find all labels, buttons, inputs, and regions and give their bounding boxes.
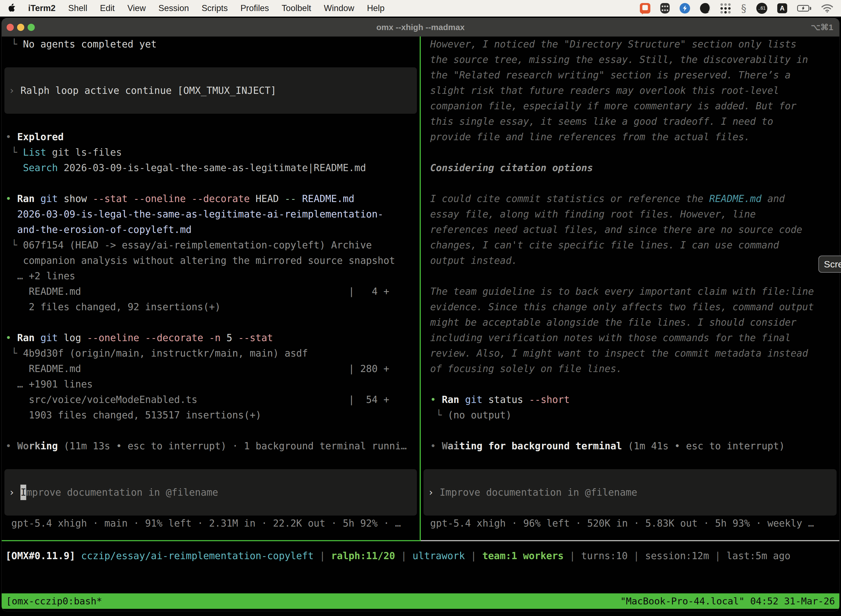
- terminal-line: [430, 268, 840, 284]
- moon-icon[interactable]: [700, 3, 711, 13]
- apple-logo-icon[interactable]: [8, 3, 17, 13]
- terminal-line: and-the-erosion-of-copyleft.md: [6, 222, 420, 238]
- terminal-line: [430, 454, 840, 469]
- terminal-line: output instead.: [430, 253, 840, 268]
- terminal-line: └ 4b9d30f (origin/main, instructkr/main,…: [6, 346, 420, 361]
- terminal-line: including verification notes with those …: [430, 330, 840, 346]
- shield-grid-icon[interactable]: [660, 3, 670, 13]
- terminal-line: └ (no output): [430, 407, 840, 423]
- terminal-line: [430, 377, 840, 392]
- terminal-line: companion file, especially if more comme…: [430, 98, 840, 114]
- terminal-line: └ List git ls-files: [6, 145, 420, 160]
- terminal-line: [6, 315, 420, 330]
- terminal-line: • Ran git show --stat --oneline --decora…: [6, 191, 420, 207]
- terminal-line: 1903 files changed, 513517 insertions(+): [6, 407, 420, 423]
- sync-icon[interactable]: [680, 3, 690, 13]
- terminal-line: 2 files changed, 92 insertions(+): [6, 299, 420, 315]
- terminal-line: provide file and line references from th…: [430, 129, 840, 145]
- macos-menu-bar: iTerm2ShellEditViewSessionScriptsProfile…: [0, 0, 841, 16]
- menu-toolbelt[interactable]: Toolbelt: [282, 3, 311, 13]
- terminal-line: slight risk that future readers may over…: [430, 83, 840, 98]
- pane-bottom-border-inactive: [421, 540, 840, 541]
- terminal-line: changes, I can't cite specific file line…: [430, 238, 840, 253]
- terminal-line: references need actual files, and since …: [430, 222, 840, 238]
- terminal-line: Considering citation options: [430, 160, 840, 176]
- terminal-line: └ 067f154 (HEAD -> essay/ai-reimplementa…: [6, 238, 420, 253]
- menu-scripts[interactable]: Scripts: [202, 3, 228, 13]
- terminal-line: gpt-5.4 xhigh · 96% left · 520K in · 5.8…: [430, 516, 840, 531]
- percent-badge-icon[interactable]: ..61: [756, 3, 767, 14]
- terminal-line: [6, 423, 420, 438]
- terminal-line: … +1901 lines: [6, 377, 420, 392]
- menu-items: iTerm2ShellEditViewSessionScriptsProfile…: [28, 3, 397, 13]
- terminal-line: evidence. Since this change only affects…: [430, 299, 840, 315]
- prompt-input-right[interactable]: › Improve documentation in @filename: [423, 469, 837, 516]
- terminal-line: [6, 52, 420, 67]
- prompt-input-left[interactable]: › Improve documentation in @filename: [4, 469, 417, 516]
- screenshare-icon[interactable]: [640, 3, 651, 13]
- terminal-line: the "Related research writing" section i…: [430, 67, 840, 83]
- terminal-line: [430, 423, 840, 438]
- menu-profiles[interactable]: Profiles: [240, 3, 269, 13]
- terminal-pane-right[interactable]: However, I noticed the "Directory Struct…: [421, 37, 840, 540]
- menu-session[interactable]: Session: [158, 3, 189, 13]
- terminal-line: • Waiting for background terminal (1m 41…: [430, 438, 840, 454]
- terminal-line: the source tree, missing the essay. Stil…: [430, 52, 840, 67]
- terminal-line: [6, 454, 420, 469]
- terminal-line: [6, 114, 420, 129]
- terminal-line: src/voice/voiceModeEnabled.ts | 54 +: [6, 392, 420, 407]
- tmux-status-bar: [omx-cczip0:bash* "MacBook-Pro-44.local"…: [1, 593, 840, 609]
- terminal-line: README.md | 280 +: [6, 361, 420, 377]
- grid-dots-icon[interactable]: [721, 3, 731, 14]
- menu-iterm2[interactable]: iTerm2: [28, 3, 56, 13]
- battery-icon[interactable]: [797, 5, 811, 12]
- wifi-icon[interactable]: [821, 4, 833, 13]
- terminal-line: • Ran git log --oneline --decorate -n 5 …: [6, 330, 420, 346]
- terminal-line: gpt-5.4 xhigh · main · 91% left · 2.31M …: [6, 516, 420, 531]
- omx-status-line: [OMX#0.11.9] cczip/essay/ai-reimplementa…: [6, 548, 791, 563]
- window-title-bar[interactable]: omx --xhigh --madmax ⌥⌘1: [1, 18, 840, 37]
- menu-window[interactable]: Window: [324, 3, 354, 13]
- ralph-loop-banner: › Ralph loop active continue [OMX_TMUX_I…: [4, 67, 417, 114]
- terminal-line: 2026-03-09-is-legal-the-same-as-legitima…: [6, 207, 420, 222]
- terminal-line: [430, 176, 840, 191]
- tmux-host-clock: "MacBook-Pro-44.local" 04:52 31-Mar-26: [620, 593, 835, 609]
- window-title: omx --xhigh --madmax: [1, 18, 840, 37]
- terminal-line: [430, 145, 840, 160]
- terminal-line: • Ran git status --short: [430, 392, 840, 407]
- terminal-line: … +2 lines: [6, 268, 420, 284]
- menu-status-icons: §..61A: [640, 3, 833, 14]
- menu-help[interactable]: Help: [367, 3, 385, 13]
- terminal-line: review. Also, I might want to inspect th…: [430, 346, 840, 361]
- terminal-line: The team guideline is to back every impo…: [430, 284, 840, 299]
- keyboard-layout-icon[interactable]: A: [777, 3, 787, 13]
- terminal-line: • Explored: [6, 129, 420, 145]
- terminal-line: this single essay, it seems like a good …: [430, 114, 840, 129]
- terminal-line: [6, 176, 420, 191]
- menu-edit[interactable]: Edit: [100, 3, 114, 13]
- terminal-line: might be acceptable alongside the file l…: [430, 315, 840, 330]
- terminal-line: I could cite commit statistics or refere…: [430, 191, 840, 207]
- terminal-line: Search 2026-03-09-is-legal-the-same-as-l…: [6, 160, 420, 176]
- section-icon[interactable]: §: [741, 3, 746, 13]
- terminal-line: • Working (11m 13s • esc to interrupt) ·…: [6, 438, 420, 454]
- menu-view[interactable]: View: [127, 3, 146, 13]
- iterm2-window: omx --xhigh --madmax ⌥⌘1 └ No agents com…: [1, 18, 840, 611]
- tmux-session-label: [omx-cczip0:bash*: [6, 593, 102, 609]
- terminal-line: However, I noticed the "Directory Struct…: [430, 37, 840, 52]
- terminal-line: README.md | 4 +: [6, 284, 420, 299]
- screen-share-pill[interactable]: Scre: [818, 255, 841, 273]
- pane-bottom-border-active: [1, 540, 420, 541]
- terminal-line: of focusing solely on file lines.: [430, 361, 840, 377]
- terminal-line: companion analysis without altering the …: [6, 253, 420, 268]
- menu-shell[interactable]: Shell: [68, 3, 87, 13]
- terminal-line: essay file, along with finding root file…: [430, 207, 840, 222]
- window-shortcut-badge: ⌥⌘1: [811, 18, 833, 37]
- terminal-line: └ No agents completed yet: [6, 37, 420, 52]
